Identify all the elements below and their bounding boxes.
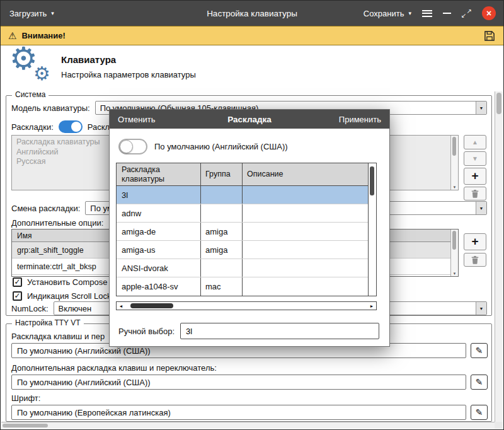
cell-description bbox=[243, 277, 368, 296]
listbox-scrollbar[interactable]: ▼ bbox=[450, 136, 458, 190]
column-header-group: Группа bbox=[201, 163, 243, 185]
delete-option-button[interactable] bbox=[464, 253, 486, 267]
down-arrow-icon: ▼ bbox=[472, 156, 478, 162]
cell-layout: apple-a1048-sv bbox=[117, 277, 201, 296]
save-menu-button[interactable]: Сохранить ▾ bbox=[364, 9, 411, 18]
dialog-header: Отменить Раскладка Применить bbox=[110, 110, 389, 129]
scrolllock-checkbox[interactable]: ✓ bbox=[13, 291, 22, 301]
table-row[interactable]: ANSI-dvorak bbox=[117, 259, 368, 277]
add-option-button[interactable]: + bbox=[464, 233, 486, 250]
pencil-icon: ✎ bbox=[476, 378, 483, 386]
scrollbar-thumb[interactable] bbox=[452, 137, 456, 156]
numlock-label: NumLock: bbox=[11, 304, 49, 313]
default-layout-toggle[interactable] bbox=[118, 139, 147, 154]
chevron-down-icon: ▼ bbox=[479, 206, 484, 211]
move-down-button[interactable]: ▼ bbox=[464, 151, 486, 166]
page-title: Клавиатура bbox=[61, 54, 116, 65]
layout-switch-label: Смена раскладки: bbox=[11, 204, 80, 213]
manual-select-input[interactable] bbox=[180, 323, 379, 339]
scrollbar-thumb[interactable] bbox=[130, 303, 173, 308]
table-row[interactable]: apple-a1048-sv mac bbox=[117, 277, 368, 296]
close-icon: × bbox=[486, 9, 491, 18]
layouts-row: Раскладки: Раскл bbox=[11, 120, 110, 134]
table-horizontal-scrollbar[interactable]: ◄ ► bbox=[116, 301, 377, 310]
cell-group bbox=[201, 186, 243, 204]
edit-extra-keymap-button[interactable]: ✎ bbox=[471, 375, 488, 390]
column-header-layout: Раскладка клавиатуры bbox=[117, 163, 201, 185]
scroll-down-icon[interactable]: ▼ bbox=[451, 272, 458, 276]
page-subtitle: Настройка параметров клавиатуры bbox=[61, 70, 196, 79]
apply-button[interactable]: Применить bbox=[339, 115, 381, 124]
keyboard-settings-window: Загрузить ▾ Настройка клавиатуры Сохрани… bbox=[0, 0, 504, 430]
scrollbar-thumb[interactable] bbox=[496, 93, 501, 114]
table-row[interactable]: amiga-us amiga bbox=[117, 241, 368, 259]
trash-icon bbox=[471, 189, 479, 198]
layout-dialog: Отменить Раскладка Применить По умолчани… bbox=[109, 109, 390, 347]
chevron-down-icon: ▼ bbox=[479, 106, 484, 110]
pencil-icon: ✎ bbox=[476, 408, 483, 417]
main-vertical-scrollbar[interactable] bbox=[495, 91, 503, 422]
table-row[interactable]: 3l bbox=[117, 186, 368, 204]
up-arrow-icon: ▲ bbox=[472, 139, 478, 146]
close-button[interactable]: × bbox=[482, 6, 496, 20]
scrollbar-thumb[interactable] bbox=[370, 166, 374, 195]
dropdown-arrow-button[interactable]: ▼ bbox=[476, 302, 486, 315]
expand-sw-arrow: ↙ bbox=[461, 13, 466, 19]
add-layout-button[interactable]: + bbox=[464, 168, 486, 185]
minimize-button[interactable] bbox=[443, 13, 451, 14]
manual-select-row: Ручной выбор: bbox=[118, 323, 379, 339]
scrolllock-row: ✓ Индикация Scroll Lock bbox=[13, 289, 112, 303]
cell-group: mac bbox=[201, 277, 243, 296]
expand-ne-arrow: ↗ bbox=[467, 8, 472, 15]
options-scrollbar[interactable]: ▼ bbox=[450, 230, 458, 276]
cell-group bbox=[201, 259, 243, 277]
edit-font-button[interactable]: ✎ bbox=[471, 405, 488, 420]
scroll-down-icon[interactable]: ▼ bbox=[451, 185, 458, 189]
layouts-partial-text: Раскл bbox=[88, 122, 110, 132]
save-menu-label: Сохранить bbox=[364, 9, 404, 18]
cell-description bbox=[243, 223, 368, 240]
cell-description bbox=[243, 259, 368, 277]
delete-layout-button[interactable] bbox=[464, 187, 486, 200]
scrollbar-corner bbox=[495, 422, 503, 429]
floppy-disk-icon bbox=[483, 30, 496, 42]
warning-bar: ⚠ Внимание! bbox=[1, 26, 503, 45]
plus-icon: + bbox=[471, 235, 478, 247]
manual-select-label: Ручной выбор: bbox=[118, 327, 175, 336]
dropdown-arrow-button[interactable]: ▼ bbox=[476, 102, 486, 114]
move-up-button[interactable]: ▲ bbox=[464, 135, 486, 149]
main-horizontal-scrollbar[interactable] bbox=[1, 422, 495, 429]
table-vertical-scrollbar[interactable] bbox=[368, 163, 376, 296]
system-legend: Система bbox=[12, 90, 49, 99]
scrollbar-thumb[interactable] bbox=[452, 231, 456, 250]
cell-layout: adnw bbox=[117, 204, 201, 222]
check-icon: ✓ bbox=[14, 278, 20, 286]
edit-keymap-button[interactable]: ✎ bbox=[471, 343, 488, 358]
scroll-right-icon[interactable]: ► bbox=[367, 304, 376, 308]
scroll-left-icon[interactable]: ◄ bbox=[117, 304, 125, 308]
cancel-button[interactable]: Отменить bbox=[118, 115, 155, 124]
table-row[interactable]: adnw bbox=[117, 204, 368, 223]
compose-checkbox[interactable]: ✓ bbox=[13, 277, 22, 287]
fullscreen-button[interactable]: ↗ ↙ bbox=[462, 9, 471, 18]
scrollbar-track[interactable] bbox=[125, 302, 367, 310]
check-icon: ✓ bbox=[14, 292, 20, 299]
dropdown-arrow-button[interactable]: ▼ bbox=[476, 202, 486, 214]
tty-font-label: Шрифт: bbox=[11, 393, 40, 403]
tty-extra-keymap-value: По умолчанию (Английский (США)) bbox=[11, 375, 466, 390]
cell-description bbox=[243, 186, 368, 204]
scrollbar-thumb[interactable] bbox=[3, 424, 48, 427]
table-row[interactable]: amiga-de amiga bbox=[117, 223, 368, 241]
page-header: ⚙ ⚙ Клавиатура Настройка параметров клав… bbox=[1, 45, 503, 91]
layouts-toggle[interactable] bbox=[59, 120, 83, 133]
gear-icon: ⚙ bbox=[33, 64, 50, 83]
extra-options-label: Дополнительные опции: bbox=[11, 218, 103, 228]
layouts-label: Раскладки: bbox=[11, 122, 54, 132]
chevron-down-icon: ▼ bbox=[479, 306, 484, 311]
layout-table: Раскладка клавиатуры Группа Описание 3l … bbox=[116, 163, 377, 296]
save-to-file-button[interactable] bbox=[483, 30, 496, 42]
tty-extra-keymap-label: Дополнительная раскладка клавиш и перекл… bbox=[11, 363, 217, 373]
menu-button[interactable] bbox=[422, 10, 432, 17]
titlebar: Загрузить ▾ Настройка клавиатуры Сохрани… bbox=[1, 1, 503, 26]
column-header-description: Описание bbox=[243, 163, 368, 185]
